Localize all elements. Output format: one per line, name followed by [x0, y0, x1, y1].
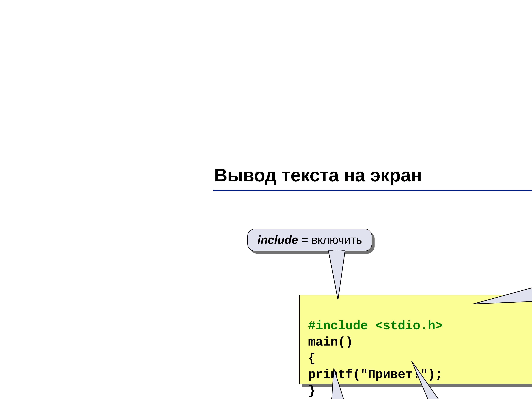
- code-line-close-brace: }: [308, 384, 316, 398]
- callout-include: include = включить: [247, 229, 372, 251]
- pointer-include: [328, 250, 345, 300]
- code-block: #include <stdio.h> main() { printf("Прив…: [299, 295, 532, 384]
- callout-include-text: include = включить: [257, 233, 362, 247]
- page-title: Вывод текста на экран: [214, 165, 422, 185]
- svg-marker-0: [328, 251, 345, 300]
- code-line-printf: printf("Привет!");: [308, 367, 443, 382]
- title-rule: [213, 190, 532, 191]
- callout-include-rest: = включить: [298, 233, 362, 246]
- code-line-main: main(): [308, 335, 353, 349]
- code-line-open-brace: {: [308, 351, 316, 366]
- callout-include-bold: include: [257, 233, 298, 246]
- code-line-include: #include <stdio.h>: [308, 319, 443, 333]
